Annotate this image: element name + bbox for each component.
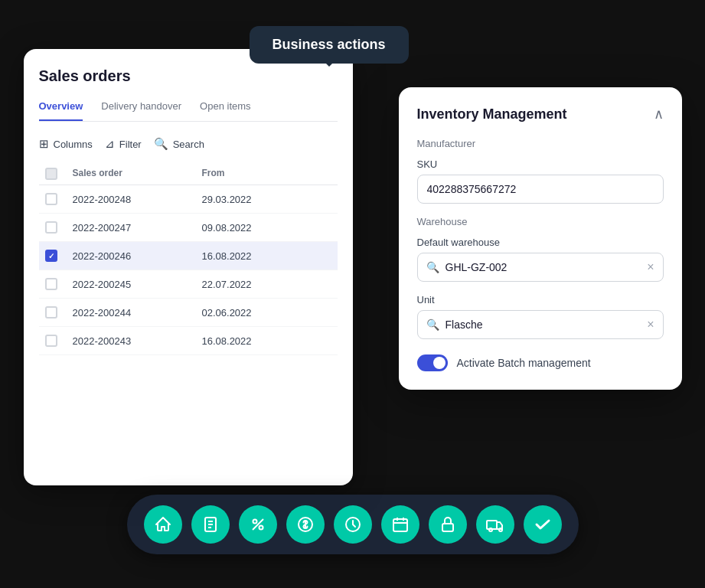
order-number: 2022-200247 [73, 222, 202, 234]
table-row[interactable]: 2022-200247 09.08.2022 [39, 214, 338, 242]
home-icon[interactable] [144, 505, 182, 544]
unit-clear-button[interactable]: × [647, 318, 654, 332]
checkmark-icon[interactable] [524, 505, 562, 544]
order-date: 09.08.2022 [202, 222, 331, 234]
dollar-icon[interactable] [286, 505, 325, 544]
row-checkbox-checked[interactable] [45, 250, 57, 262]
svg-point-5 [259, 526, 263, 530]
sku-label: SKU [417, 158, 664, 170]
sales-orders-title: Sales orders [39, 67, 338, 85]
order-number: 2022-200248 [73, 194, 202, 205]
warehouse-search-icon: 🔍 [426, 261, 439, 273]
row-checkbox[interactable] [45, 335, 57, 347]
default-warehouse-label: Default warehouse [417, 237, 664, 248]
row-checkbox[interactable] [45, 278, 57, 290]
unit-input[interactable] [417, 310, 664, 339]
collapse-button[interactable]: ∧ [654, 106, 664, 122]
unit-input-wrapper: 🔍 × [417, 310, 664, 339]
order-date: 16.08.2022 [202, 335, 331, 347]
search-button[interactable]: 🔍 Search [154, 137, 204, 151]
lock-icon[interactable] [429, 505, 467, 544]
order-number: 2022-200243 [73, 335, 202, 347]
warehouse-section-label: Warehouse [417, 216, 664, 227]
toolbar: ⊞ Columns ⊿ Filter 🔍 Search [39, 137, 338, 151]
unit-section: Unit 🔍 × [417, 294, 664, 339]
svg-rect-13 [442, 524, 453, 531]
clock-icon[interactable] [334, 505, 372, 544]
col-header-from: From [202, 168, 331, 180]
unit-label: Unit [417, 294, 664, 305]
svg-point-4 [253, 520, 256, 524]
table-header: Sales order From [39, 163, 338, 185]
order-number: 2022-200244 [73, 307, 202, 318]
table-row[interactable]: 2022-200248 29.03.2022 [39, 185, 338, 214]
select-all-checkbox[interactable] [45, 168, 57, 180]
svg-rect-9 [393, 519, 407, 531]
panel-header: Inventory Management ∧ [417, 106, 664, 122]
batch-label: Activate Batch management [457, 357, 591, 369]
filter-icon: ⊿ [105, 137, 115, 151]
tab-open-items[interactable]: Open items [200, 100, 250, 121]
order-number: 2022-200246 [73, 250, 202, 262]
tab-overview[interactable]: Overview [39, 100, 83, 121]
truck-icon[interactable] [476, 505, 514, 544]
warehouse-input[interactable] [417, 253, 664, 282]
order-date: 22.07.2022 [202, 279, 331, 290]
calendar-icon[interactable] [381, 505, 419, 544]
svg-rect-14 [487, 521, 497, 529]
columns-button[interactable]: ⊞ Columns [39, 137, 93, 151]
unit-search-icon: 🔍 [426, 318, 439, 331]
warehouse-input-wrapper: 🔍 × [417, 253, 664, 282]
warehouse-clear-button[interactable]: × [647, 260, 654, 274]
sales-orders-card: Sales orders Overview Delivery handover … [24, 49, 353, 485]
order-date: 16.08.2022 [202, 250, 331, 262]
batch-toggle[interactable] [417, 354, 448, 371]
col-header-order: Sales order [73, 168, 202, 180]
row-checkbox[interactable] [45, 221, 57, 234]
batch-management-row: Activate Batch management [417, 354, 664, 371]
row-checkbox[interactable] [45, 306, 57, 318]
warehouse-section: Warehouse Default warehouse 🔍 × [417, 216, 664, 282]
panel-title: Inventory Management [417, 106, 567, 122]
table-row-selected[interactable]: 2022-200246 16.08.2022 [39, 242, 338, 270]
order-number: 2022-200245 [73, 279, 202, 290]
document-icon[interactable] [191, 505, 230, 544]
search-icon: 🔍 [154, 137, 168, 151]
icon-dock [127, 495, 579, 554]
order-date: 02.06.2022 [202, 307, 331, 318]
inventory-management-panel: Inventory Management ∧ Manufacturer SKU … [399, 87, 682, 390]
table-row[interactable]: 2022-200243 16.08.2022 [39, 327, 338, 355]
table-row[interactable]: 2022-200244 02.06.2022 [39, 299, 338, 327]
table-row[interactable]: 2022-200245 22.07.2022 [39, 270, 338, 299]
percent-icon[interactable] [239, 505, 277, 544]
svg-line-6 [253, 519, 263, 530]
row-checkbox[interactable] [45, 193, 57, 205]
order-date: 29.03.2022 [202, 194, 331, 205]
manufacturer-label: Manufacturer [417, 138, 664, 149]
sku-input[interactable] [417, 175, 664, 204]
tab-delivery[interactable]: Delivery handover [101, 100, 181, 121]
tabs-bar: Overview Delivery handover Open items [39, 100, 338, 122]
columns-icon: ⊞ [39, 137, 49, 151]
filter-button[interactable]: ⊿ Filter [105, 137, 142, 151]
business-actions-tooltip: Business actions [250, 26, 409, 64]
